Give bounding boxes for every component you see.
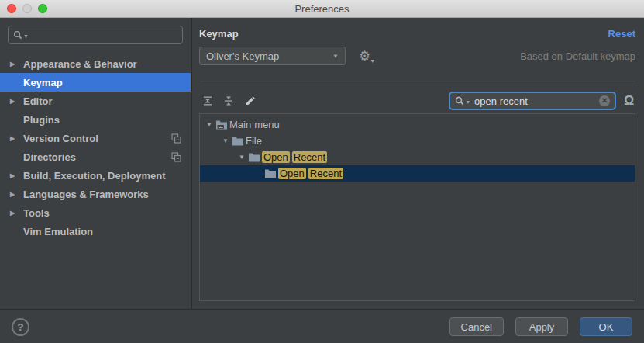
pencil-icon — [244, 95, 256, 107]
footer-bar: ? CancelApplyOK — [0, 309, 644, 343]
action-search-input[interactable] — [473, 95, 599, 108]
edit-shortcut-button[interactable] — [241, 92, 258, 109]
search-match: Open — [278, 168, 306, 179]
close-icon[interactable] — [7, 4, 16, 13]
chevron-right-icon: ▶ — [10, 61, 23, 68]
minimize-icon[interactable] — [22, 4, 32, 13]
chevron-right-icon: ▶ — [10, 191, 23, 198]
sidebar-item-label: Editor — [23, 95, 181, 107]
zoom-icon[interactable] — [38, 4, 47, 13]
dialog-buttons: CancelApplyOK — [449, 317, 632, 336]
gear-icon: ⚙ — [359, 50, 370, 63]
sidebar-item-label: Version Control — [23, 133, 168, 144]
sidebar-item-keymap[interactable]: Keymap — [0, 73, 191, 92]
keymap-panel: Keymap Reset Oliver's Keymap ▼ ⚙ ▼ Based… — [192, 18, 644, 309]
clear-search-icon[interactable]: ✕ — [599, 95, 610, 106]
sidebar-item-version-control[interactable]: ▶Version Control — [0, 129, 191, 147]
page-title: Keymap — [199, 28, 239, 40]
chevron-right-icon: ▶ — [10, 172, 23, 179]
titlebar: Preferences — [0, 0, 644, 18]
preferences-window: Preferences ▼ ▶Appearance & BehaviorKeym… — [0, 0, 644, 343]
sidebar-item-build-execution-deployment[interactable]: ▶Build, Execution, Deployment — [0, 166, 191, 185]
window-title: Preferences — [294, 3, 349, 15]
keymap-settings-button[interactable]: ⚙ ▼ — [359, 50, 375, 63]
apply-button[interactable]: Apply — [515, 317, 568, 336]
search-icon: ▼ — [455, 96, 470, 106]
sidebar-item-tools[interactable]: ▶Tools — [0, 203, 191, 222]
cancel-button[interactable]: Cancel — [449, 317, 504, 336]
ok-button[interactable]: OK — [580, 317, 632, 336]
tree-row-file[interactable]: ▼File — [200, 133, 635, 149]
sidebar-item-appearance-behavior[interactable]: ▶Appearance & Behavior — [0, 54, 191, 73]
chevron-right-icon: ▶ — [10, 135, 23, 142]
shared-settings-icon — [171, 152, 181, 162]
reset-link[interactable]: Reset — [608, 28, 635, 40]
expand-all-button[interactable] — [199, 92, 216, 109]
search-icon: ▼ — [13, 30, 29, 40]
tree-row-label: Mainmenu — [229, 119, 283, 130]
chevron-down-icon: ▼ — [332, 53, 339, 60]
expand-all-icon — [202, 95, 213, 106]
help-button[interactable]: ? — [12, 318, 29, 336]
find-by-shortcut-icon[interactable]: Ω — [624, 94, 634, 108]
keymap-dropdown[interactable]: Oliver's Keymap ▼ — [199, 47, 346, 65]
action-search-field[interactable]: ▼ ✕ — [449, 92, 616, 110]
tree-row-open-recent[interactable]: OpenRecent — [200, 165, 635, 182]
tree-row-open-recent[interactable]: ▼OpenRecent — [200, 149, 635, 165]
header-separator — [199, 81, 635, 81]
content: ▼ ▶Appearance & BehaviorKeymap▶EditorPlu… — [0, 18, 644, 309]
sidebar-nav: ▶Appearance & BehaviorKeymap▶EditorPlugi… — [0, 54, 191, 241]
sidebar-item-vim-emulation[interactable]: Vim Emulation — [0, 222, 191, 241]
based-on-label: Based on Default keymap — [520, 50, 635, 62]
tree-row-label: OpenRecent — [278, 168, 346, 179]
sidebar-search-input[interactable] — [32, 29, 177, 42]
folder-icon — [232, 136, 246, 146]
sidebar-item-label: Directories — [23, 151, 168, 163]
tree-word: Main — [229, 119, 251, 130]
collapse-all-button[interactable] — [220, 92, 237, 109]
sidebar-item-label: Vim Emulation — [23, 226, 181, 237]
shared-settings-icon — [171, 133, 181, 144]
keymap-tree: ▼Mainmenu▼File▼OpenRecentOpenRecent — [199, 113, 635, 301]
chevron-down-icon: ▼ — [465, 99, 470, 105]
menu-folder-icon — [215, 120, 229, 130]
sidebar-item-label: Keymap — [23, 77, 181, 88]
search-match: Recent — [292, 151, 327, 163]
search-match: Recent — [308, 168, 343, 179]
sidebar-item-label: Build, Execution, Deployment — [23, 170, 181, 182]
chevron-down-icon: ▼ — [23, 33, 29, 39]
chevron-down-icon: ▼ — [219, 137, 232, 144]
chevron-down-icon: ▼ — [370, 58, 375, 64]
chevron-down-icon: ▼ — [203, 121, 215, 128]
collapse-all-icon — [223, 95, 234, 106]
sidebar-item-label: Appearance & Behavior — [23, 58, 181, 70]
sidebar-item-languages-frameworks[interactable]: ▶Languages & Frameworks — [0, 185, 191, 203]
tree-word: menu — [254, 119, 280, 130]
chevron-right-icon: ▶ — [10, 98, 23, 105]
sidebar-item-directories[interactable]: Directories — [0, 147, 191, 166]
keymap-dropdown-value: Oliver's Keymap — [206, 50, 279, 62]
sidebar-item-label: Plugins — [23, 114, 181, 126]
search-match: Open — [262, 151, 290, 163]
sidebar-item-label: Tools — [23, 207, 181, 219]
settings-sidebar: ▼ ▶Appearance & BehaviorKeymap▶EditorPlu… — [0, 18, 192, 309]
sidebar-search-field[interactable]: ▼ — [8, 26, 183, 44]
tree-row-label: OpenRecent — [262, 151, 329, 163]
folder-icon — [248, 152, 262, 162]
tree-word: File — [246, 135, 262, 147]
tree-row-main-menu[interactable]: ▼Mainmenu — [200, 116, 635, 133]
sidebar-item-editor[interactable]: ▶Editor — [0, 92, 191, 110]
chevron-down-icon: ▼ — [236, 154, 248, 161]
folder-icon — [264, 168, 278, 178]
tree-row-label: File — [246, 135, 265, 147]
traffic-lights — [7, 4, 47, 13]
sidebar-item-plugins[interactable]: Plugins — [0, 110, 191, 129]
sidebar-item-label: Languages & Frameworks — [23, 189, 181, 200]
chevron-right-icon: ▶ — [10, 210, 23, 217]
